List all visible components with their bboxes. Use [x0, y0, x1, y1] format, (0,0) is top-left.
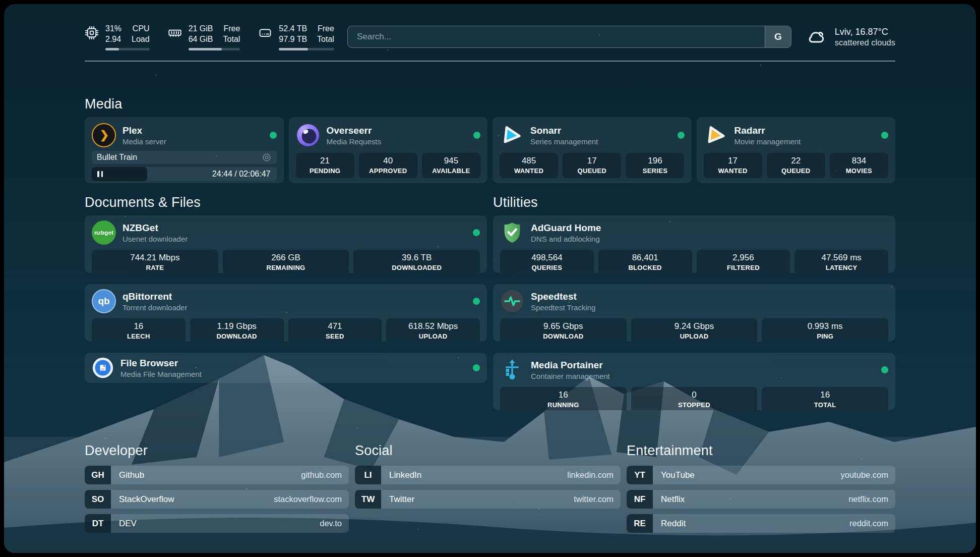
filebrowser-card[interactable]: File Browser Media File Management	[85, 353, 487, 383]
stat-box: 0STOPPED	[631, 387, 758, 410]
bookmark-abbr: NF	[627, 490, 653, 509]
qbittorrent-icon: qb	[92, 289, 116, 313]
stat-box: 196SERIES	[626, 153, 684, 178]
stat-box: 485WANTED	[500, 153, 558, 178]
bookmark-url: youtube.com	[841, 466, 895, 484]
bookmark-linkedin[interactable]: LI LinkedIn linkedin.com	[355, 466, 621, 484]
stat-box: 21PENDING	[296, 153, 354, 178]
ram-widget: 21 GiB 64 GiB Free Total	[168, 23, 240, 50]
dashboard-screen: 31% 2.94 CPU Load	[4, 4, 976, 553]
weather-location-temp: Lviv, 16.87°C	[835, 26, 895, 38]
bookmark-url: github.com	[301, 466, 349, 484]
stat-box: 498,564QUERIES	[500, 250, 594, 273]
adguard-card[interactable]: AdGuard Home DNS and adblocking 498,564Q…	[493, 215, 895, 273]
status-dot	[473, 229, 480, 236]
bookmark-name: DEV	[111, 514, 137, 533]
cpu-widget: 31% 2.94 CPU Load	[85, 23, 150, 50]
bookmark-abbr: YT	[627, 466, 653, 484]
playback-time: 24:44 / 02:06:47	[212, 170, 277, 179]
bookmark-url: twitter.com	[574, 490, 621, 509]
playback-elapsed-pill	[92, 167, 147, 181]
nzbget-icon: nzbget	[92, 220, 116, 245]
ram-progress-track	[189, 48, 240, 50]
disk-label2: Total	[317, 34, 334, 44]
stat-box: 47.569 msLATENCY	[794, 250, 888, 273]
overseerr-card[interactable]: Overseerr Media Requests 21PENDING 40APP…	[289, 117, 488, 183]
bookmark-reddit[interactable]: RE Reddit reddit.com	[627, 514, 895, 533]
bookmark-youtube[interactable]: YT YouTube youtube.com	[627, 466, 895, 484]
topbar-divider	[85, 61, 895, 62]
app-subtitle: Series management	[530, 137, 598, 146]
stat-box: 9.65 GbpsDOWNLOAD	[500, 318, 627, 342]
section-title-social: Social	[355, 442, 621, 459]
bookmark-stackoverflow[interactable]: SO StackOverflow stackoverflow.com	[85, 490, 349, 509]
search-engine-button[interactable]: G	[765, 26, 791, 47]
speedtest-card[interactable]: Speedtest Speedtest Tracking 9.65 GbpsDO…	[493, 284, 895, 342]
cloud-icon	[805, 27, 828, 47]
bookmark-url: reddit.com	[849, 514, 895, 533]
stat-box: 618.52 MbpsUPLOAD	[386, 318, 480, 342]
status-dot	[881, 366, 888, 373]
qbittorrent-card[interactable]: qb qBittorrent Torrent downloader 16LEEC…	[85, 284, 487, 342]
bookmark-name: Netflix	[653, 490, 685, 509]
status-dot	[881, 132, 888, 139]
cpu-percent: 31%	[105, 23, 121, 34]
cpu-progress-fill	[105, 48, 119, 50]
app-subtitle: Movie management	[734, 137, 801, 146]
app-title: File Browser	[120, 357, 202, 369]
app-subtitle: DNS and adblocking	[531, 234, 601, 244]
app-title: AdGuard Home	[531, 222, 601, 234]
adguard-icon	[500, 220, 524, 245]
bookmark-abbr: RE	[627, 514, 653, 533]
app-subtitle: Usenet downloader	[122, 234, 188, 244]
disk-free: 52.4 TB	[279, 23, 307, 34]
status-dot	[473, 298, 480, 305]
stat-box: 266 GBREMAINING	[223, 250, 349, 273]
weather-widget: Lviv, 16.87°C scattered clouds	[805, 26, 895, 47]
stat-box: 1.19 GbpsDOWNLOAD	[190, 318, 284, 342]
app-title: Overseerr	[327, 125, 381, 136]
pause-icon[interactable]	[97, 171, 103, 177]
bookmark-netflix[interactable]: NF Netflix netflix.com	[627, 490, 895, 509]
bookmark-name: YouTube	[653, 466, 695, 484]
app-title: Plex	[122, 125, 166, 136]
section-title-utilities: Utilities	[493, 194, 895, 210]
bookmark-name: LinkedIn	[381, 466, 421, 484]
bookmark-github[interactable]: GH Github github.com	[85, 466, 349, 484]
section-title-entertainment: Entertainment	[627, 442, 895, 459]
app-title: Radarr	[734, 125, 801, 136]
app-subtitle: Media Requests	[327, 137, 381, 146]
app-subtitle: Speedtest Tracking	[531, 303, 595, 312]
bookmark-dev[interactable]: DT DEV dev.to	[85, 514, 349, 533]
app-subtitle: Media File Management	[120, 369, 202, 379]
status-dot	[473, 364, 480, 371]
plex-icon: ❯	[92, 123, 116, 147]
stat-box: 17WANTED	[704, 153, 762, 178]
search-bar: G	[347, 26, 791, 48]
app-subtitle: Media server	[122, 137, 166, 146]
bookmark-abbr: DT	[85, 514, 111, 533]
radarr-card[interactable]: Radarr Movie management 17WANTED 22QUEUE…	[697, 117, 896, 183]
stat-box: 16LEECH	[92, 318, 186, 342]
ram-icon	[168, 26, 182, 40]
stat-box: 40APPROVED	[359, 153, 417, 178]
section-title-developer: Developer	[85, 442, 349, 459]
qbittorrent-icon-text: qb	[98, 296, 109, 307]
disk-widget: 52.4 TB 97.9 TB Free Total	[258, 23, 334, 50]
bookmark-twitter[interactable]: TW Twitter twitter.com	[355, 490, 621, 509]
cpu-label2: Load	[132, 34, 150, 44]
sonarr-card[interactable]: Sonarr Series management 485WANTED 17QUE…	[493, 117, 692, 183]
cpu-label: CPU	[132, 23, 150, 34]
disk-label: Free	[317, 23, 334, 34]
nzbget-card[interactable]: nzbget NZBGet Usenet downloader 744.21 M…	[85, 215, 487, 273]
disk-progress-track	[279, 48, 334, 50]
plex-card[interactable]: ❯ Plex Media server Bullet Train	[85, 117, 284, 183]
search-input[interactable]	[348, 26, 765, 47]
ram-free: 21 GiB	[189, 23, 213, 34]
portainer-card[interactable]: Media Portainer Container management 16R…	[493, 353, 895, 410]
now-playing-settings-icon[interactable]	[262, 152, 272, 162]
stat-box: 834MOVIES	[830, 153, 888, 178]
cpu-icon	[85, 26, 99, 40]
bookmark-abbr: SO	[85, 490, 111, 509]
portainer-icon	[500, 358, 524, 382]
